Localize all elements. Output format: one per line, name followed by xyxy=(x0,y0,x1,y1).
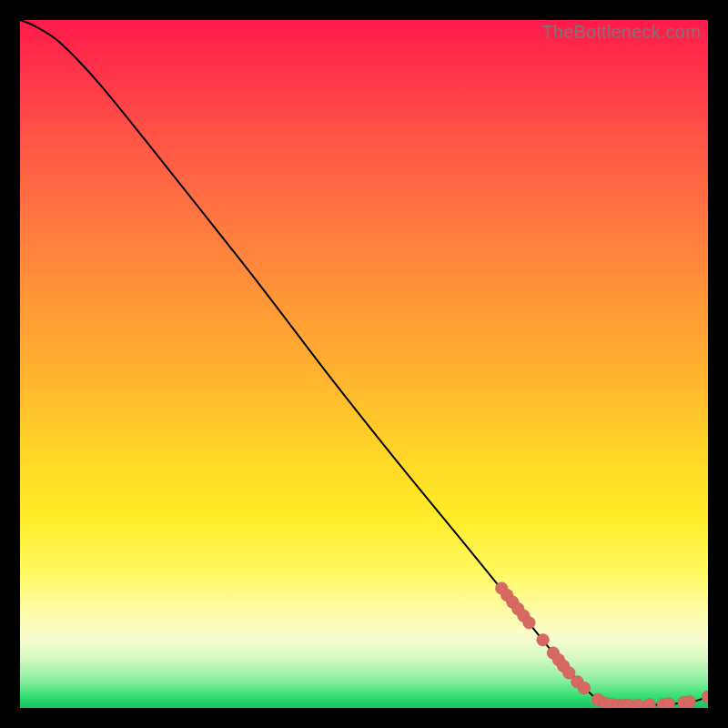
highlight-dot xyxy=(518,610,531,622)
highlight-dot xyxy=(512,602,525,615)
highlight-dot xyxy=(523,617,536,630)
highlight-dot xyxy=(683,695,696,708)
highlight-dot xyxy=(571,676,584,689)
highlight-dot xyxy=(578,682,591,694)
highlight-dot xyxy=(622,699,635,708)
highlight-dot xyxy=(599,697,612,708)
highlight-dot xyxy=(643,698,656,708)
highlight-dot xyxy=(592,693,604,706)
highlight-dots xyxy=(495,582,708,708)
highlight-dot xyxy=(552,653,565,666)
highlight-dot xyxy=(702,691,708,703)
watermark-text: TheBottleneck.com xyxy=(541,22,701,43)
highlight-dot xyxy=(500,589,513,602)
highlight-dot xyxy=(495,582,508,595)
chart-overlay xyxy=(20,20,708,708)
plot-area: TheBottleneck.com xyxy=(20,20,708,708)
curve-line xyxy=(20,20,708,705)
chart-stage: TheBottleneck.com xyxy=(0,0,728,728)
highlight-dot xyxy=(632,699,644,708)
highlight-dot xyxy=(657,698,670,708)
highlight-dot xyxy=(618,699,631,708)
highlight-dot xyxy=(537,633,550,646)
highlight-dot xyxy=(547,647,560,660)
highlight-dot xyxy=(557,660,570,672)
highlight-dot xyxy=(563,667,576,680)
highlight-dot xyxy=(605,698,618,708)
highlight-dot xyxy=(678,696,691,708)
highlight-dot xyxy=(662,698,675,708)
highlight-dot xyxy=(507,596,520,609)
highlight-dot xyxy=(612,699,625,708)
